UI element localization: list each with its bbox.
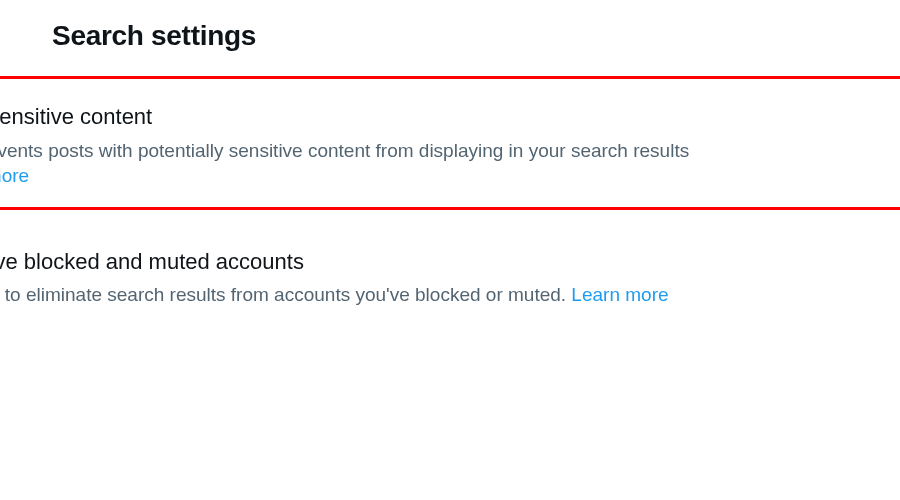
setting-title-sensitive: e sensitive content [0, 103, 900, 132]
learn-more-link-sensitive[interactable]: n more [0, 165, 29, 186]
description-text: prevents posts with potentially sensitiv… [0, 140, 689, 161]
setting-title-blocked: nove blocked and muted accounts [0, 248, 900, 277]
highlighted-setting-box: e sensitive content prevents posts with … [0, 76, 900, 210]
setting-description-sensitive: prevents posts with potentially sensitiv… [0, 138, 900, 189]
setting-description-blocked: this to eliminate search results from ac… [0, 282, 900, 308]
setting-blocked-muted[interactable]: nove blocked and muted accounts this to … [0, 230, 900, 308]
learn-more-link-blocked[interactable]: Learn more [571, 284, 668, 305]
setting-sensitive-content[interactable]: e sensitive content prevents posts with … [0, 103, 900, 189]
description-text: this to eliminate search results from ac… [0, 284, 571, 305]
page-title: Search settings [0, 0, 900, 76]
